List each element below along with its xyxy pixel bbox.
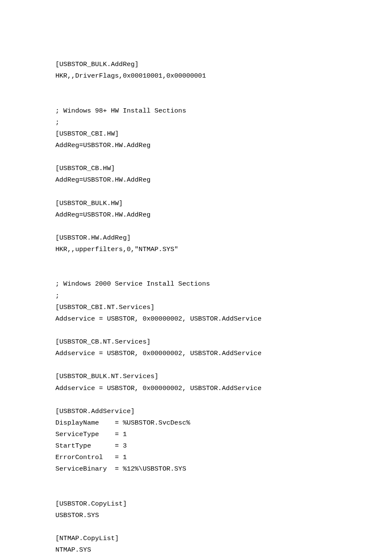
inf-file-content: [USBSTOR_BULK.AddReg] HKR,,DriverFlags,0… (0, 0, 392, 555)
